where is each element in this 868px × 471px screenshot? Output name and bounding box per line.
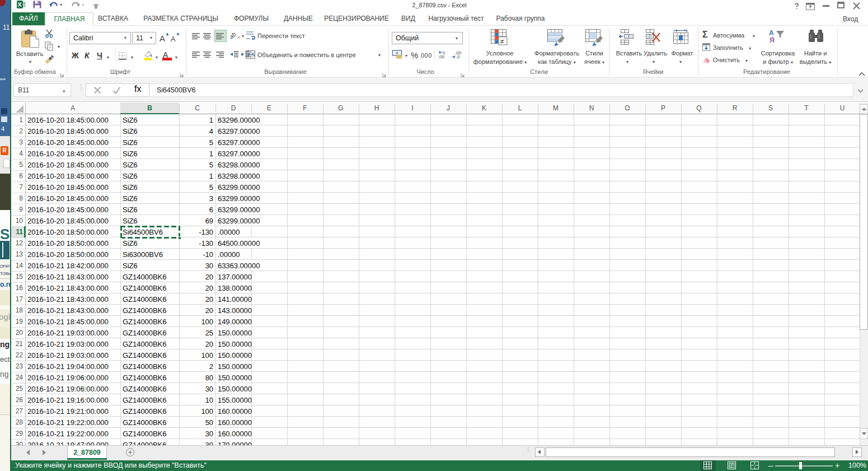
- svg-text:,00: ,00: [438, 54, 445, 59]
- svg-text:ab: ab: [231, 31, 237, 40]
- svg-text:≠: ≠: [500, 38, 504, 45]
- svg-text:Я: Я: [770, 36, 775, 44]
- svg-text:А: А: [769, 29, 774, 37]
- svg-text:,0: ,0: [456, 54, 460, 59]
